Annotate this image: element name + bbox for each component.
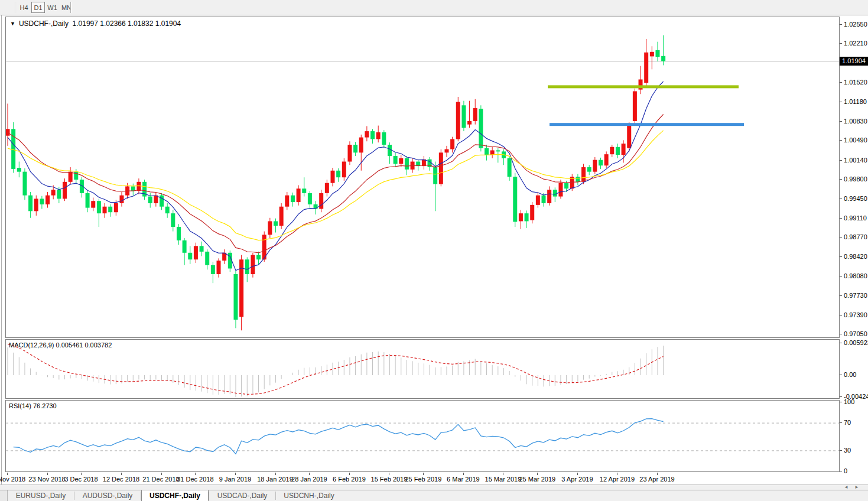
- price-axis-label-tick: [840, 334, 842, 334]
- date-tick: [423, 473, 424, 475]
- price-axis: 1.025501.022101.018601.015201.011801.008…: [840, 15, 868, 486]
- toolbar-separator: [70, 2, 71, 13]
- chart-collapse-icon[interactable]: ▼: [10, 21, 15, 27]
- candlestick-chart: [6, 17, 839, 337]
- macd-signal-value: 0.003782: [84, 341, 112, 349]
- rsi-line: [14, 419, 664, 454]
- scroll-right-icon[interactable]: ►: [854, 484, 859, 490]
- price-axis-label-tick: [840, 237, 842, 238]
- price-axis-label: 1.02550: [844, 21, 867, 28]
- date-tick: [121, 473, 122, 475]
- price-axis-label-tick: [840, 218, 842, 219]
- window-left-edge: [1, 15, 2, 501]
- fast-ema-line: [8, 82, 664, 271]
- price-axis-label: 0.99110: [844, 214, 867, 222]
- price-axis-label-tick: [840, 295, 842, 296]
- price-axis-label: 1.02210: [844, 40, 867, 47]
- price-axis-label-tick: [840, 43, 842, 44]
- tab-usdcnh-daily[interactable]: USDCNH-,Daily: [276, 490, 342, 501]
- price-axis-label: 1.01520: [844, 79, 867, 86]
- tab-usdchf-daily[interactable]: USDCHF-,Daily: [141, 490, 209, 501]
- rsi-axis-label-tick: [840, 402, 842, 402]
- timeframe-button-d1[interactable]: D1: [31, 2, 45, 13]
- price-axis-label: 0.97390: [844, 311, 867, 319]
- price-axis-label-tick: [840, 179, 842, 180]
- macd-axis-label-tick: [840, 375, 842, 375]
- tab-usdcad-daily[interactable]: USDCAD-,Daily: [209, 490, 275, 501]
- price-axis-label: 1.01180: [844, 98, 867, 106]
- chart-tab-bar: EURUSD-,DailyAUDUSD-,DailyUSDCHF-,DailyU…: [0, 490, 868, 501]
- rsi-axis-label: 70: [844, 419, 851, 427]
- macd-axis-label-tick: [840, 396, 842, 397]
- date-tick: [503, 473, 503, 475]
- date-tick: [81, 473, 82, 475]
- price-axis-label-tick: [840, 102, 842, 102]
- date-tick: [195, 473, 196, 475]
- price-axis-label-tick: [840, 140, 842, 141]
- macd-value: 0.005461: [56, 341, 83, 349]
- timeframe-button-h4[interactable]: H4: [17, 2, 31, 13]
- price-axis-label-tick: [840, 256, 842, 257]
- date-tick: [537, 473, 538, 475]
- chart-ohlc-values: 1.01997 1.02366 1.01832 1.01904: [73, 19, 181, 28]
- date-tick: [617, 473, 617, 475]
- chart-symbol-label: USDCHF-,Daily: [19, 19, 69, 28]
- date-axis-label: 23 Apr 2019: [630, 476, 684, 483]
- date-tick: [349, 473, 350, 475]
- date-tick: [7, 473, 8, 475]
- macd-axis-label: 0.005923: [844, 339, 868, 347]
- date-tick: [309, 473, 310, 475]
- macd-signal-line: [8, 344, 664, 394]
- price-axis-label-tick: [840, 121, 842, 122]
- macd-histogram: [8, 346, 664, 397]
- date-tick: [463, 473, 464, 475]
- macd-axis-label-tick: [840, 343, 842, 343]
- price-axis-label: 0.99800: [844, 175, 867, 183]
- rsi-axis-label-tick: [840, 422, 842, 423]
- date-tick: [657, 473, 658, 475]
- price-axis-label: 0.99450: [844, 195, 867, 203]
- price-axis-label: 0.98080: [844, 272, 867, 280]
- resistance-line[interactable]: [548, 85, 739, 88]
- rsi-label: RSI(14) 76.2730: [9, 402, 57, 409]
- rsi-value: 76.2730: [33, 402, 57, 409]
- rsi-axis-label: 30: [844, 447, 851, 454]
- price-axis-label-tick: [840, 24, 842, 25]
- rsi-axis-label-tick: [840, 471, 842, 471]
- price-axis-label: 0.98770: [844, 233, 867, 241]
- tab-eurusd-daily[interactable]: EURUSD-,Daily: [8, 490, 74, 501]
- rsi-indicator-pane: RSI(14) 76.2730: [5, 400, 840, 472]
- price-axis-label: 1.00830: [844, 118, 867, 125]
- macd-indicator-pane: MACD(12,26,9) 0.005461 0.003782: [5, 339, 840, 399]
- price-axis-label: 0.97730: [844, 292, 867, 300]
- timeframe-button-w1[interactable]: W1: [45, 2, 59, 13]
- timeframe-toolbar: H4D1W1MN: [0, 0, 868, 15]
- toolbar-separator: [15, 2, 15, 13]
- rsi-axis-label-tick: [840, 450, 842, 451]
- rsi-axis-label: 0: [844, 467, 847, 475]
- timeframe-button-mn[interactable]: MN: [60, 2, 73, 13]
- date-tick: [235, 473, 236, 475]
- price-axis-label: 1.00490: [844, 136, 867, 144]
- macd-chart: [6, 340, 839, 398]
- macd-axis-label: 0.00: [844, 371, 856, 379]
- macd-label: MACD(12,26,9) 0.005461 0.003782: [9, 341, 112, 349]
- main-chart-pane: ▼USDCHF-,Daily 1.01997 1.02366 1.01832 1…: [5, 17, 840, 338]
- tab-bar-stub: [0, 490, 8, 501]
- price-axis-label-tick: [840, 276, 842, 276]
- date-tick: [275, 473, 276, 475]
- trading-terminal-window: H4D1W1MN ▼USDCHF-,Daily 1.01997 1.02366 …: [0, 0, 868, 501]
- scroll-left-icon[interactable]: ◄: [844, 484, 849, 490]
- price-axis-label: 0.97050: [844, 330, 867, 338]
- support-line[interactable]: [550, 123, 744, 126]
- rsi-chart: [6, 401, 839, 471]
- horizontal-scrollbar[interactable]: ◄ ►: [0, 484, 868, 490]
- rsi-axis-label: 100: [844, 398, 854, 406]
- price-axis-label-tick: [840, 199, 842, 199]
- price-axis-label-tick: [840, 315, 842, 315]
- chart-title: ▼USDCHF-,Daily 1.01997 1.02366 1.01832 1…: [10, 19, 181, 28]
- current-price-badge: 1.01904: [840, 57, 868, 66]
- date-tick: [577, 473, 578, 475]
- tab-audusd-daily[interactable]: AUDUSD-,Daily: [74, 490, 141, 501]
- price-axis-label-tick: [840, 82, 842, 83]
